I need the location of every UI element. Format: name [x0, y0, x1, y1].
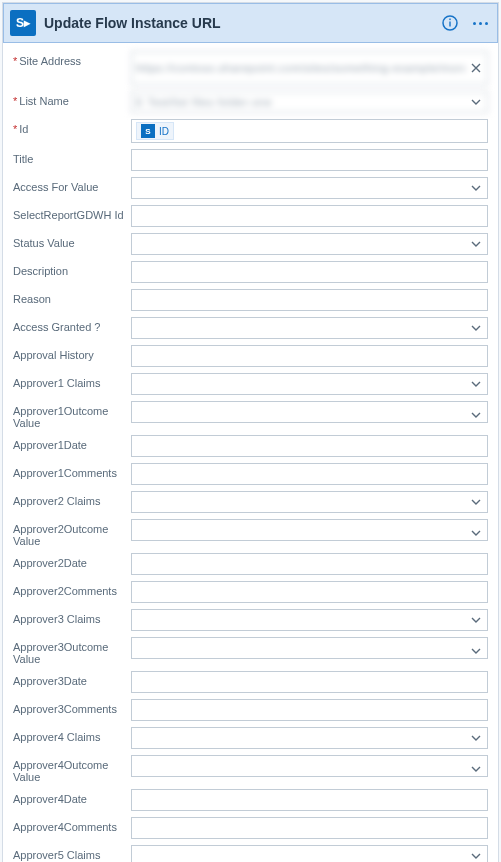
selectreport_id-input[interactable]: [131, 205, 488, 227]
row-selectreport_id: SelectReportGDWH Id: [11, 205, 490, 227]
label-approver3_outcome: Approver3Outcome Value: [11, 637, 131, 665]
approver4_date-input[interactable]: [131, 789, 488, 811]
chevron-down-icon[interactable]: [464, 373, 488, 395]
label-approver4_comments: Approver4Comments: [11, 817, 131, 839]
chevron-down-icon[interactable]: [464, 177, 488, 199]
row-reason: Reason: [11, 289, 490, 311]
approval_history-input[interactable]: [131, 345, 488, 367]
status_value-input[interactable]: [131, 233, 488, 255]
approver1_comments-input[interactable]: [131, 463, 488, 485]
row-access_for_value: Access For Value: [11, 177, 490, 199]
label-site-address: Site Address: [11, 51, 131, 85]
approver3_claims-input[interactable]: [131, 609, 488, 631]
row-access_granted: Access Granted ?: [11, 317, 490, 339]
row-site-address: Site Address: [11, 51, 490, 85]
chevron-down-icon[interactable]: [464, 491, 488, 513]
id-chip[interactable]: SID: [136, 122, 174, 140]
label-access_for_value: Access For Value: [11, 177, 131, 199]
approver2_comments-input[interactable]: [131, 581, 488, 603]
approver2_date-input[interactable]: [131, 553, 488, 575]
chevron-down-icon[interactable]: [464, 519, 488, 547]
card-header[interactable]: S▸ Update Flow Instance URL: [3, 3, 498, 43]
row-title: Title: [11, 149, 490, 171]
label-approver1_outcome: Approver1Outcome Value: [11, 401, 131, 429]
label-approver1_claims: Approver1 Claims: [11, 373, 131, 395]
row-approver4_outcome: Approver4Outcome Value: [11, 755, 490, 783]
row-approver4_date: Approver4Date: [11, 789, 490, 811]
approver2_outcome-input[interactable]: [131, 519, 488, 541]
row-list-name: List Name: [11, 91, 490, 113]
row-approver1_comments: Approver1Comments: [11, 463, 490, 485]
info-icon[interactable]: [439, 12, 461, 34]
access_granted-input[interactable]: [131, 317, 488, 339]
approver4_outcome-input[interactable]: [131, 755, 488, 777]
chevron-down-icon[interactable]: [464, 317, 488, 339]
list-name-input[interactable]: [131, 91, 488, 113]
sharepoint-icon: S▸: [10, 10, 36, 36]
approver3_date-input[interactable]: [131, 671, 488, 693]
row-approver2_claims: Approver2 Claims: [11, 491, 490, 513]
label-approver2_outcome: Approver2Outcome Value: [11, 519, 131, 547]
description-input[interactable]: [131, 261, 488, 283]
id-input[interactable]: SID: [131, 119, 488, 143]
chevron-down-icon[interactable]: [464, 91, 488, 113]
label-approver3_claims: Approver3 Claims: [11, 609, 131, 631]
label-access_granted: Access Granted ?: [11, 317, 131, 339]
approver1_date-input[interactable]: [131, 435, 488, 457]
row-approver2_comments: Approver2Comments: [11, 581, 490, 603]
chevron-down-icon[interactable]: [464, 755, 488, 783]
row-approver3_outcome: Approver3Outcome Value: [11, 637, 490, 665]
label-reason: Reason: [11, 289, 131, 311]
row-approver4_comments: Approver4Comments: [11, 817, 490, 839]
approver5_claims-input[interactable]: [131, 845, 488, 862]
approver4_comments-input[interactable]: [131, 817, 488, 839]
row-approver2_outcome: Approver2Outcome Value: [11, 519, 490, 547]
site-address-input[interactable]: [131, 51, 488, 85]
label-id: Id: [11, 119, 131, 143]
approver3_outcome-input[interactable]: [131, 637, 488, 659]
approver1_outcome-input[interactable]: [131, 401, 488, 423]
card-body: Site Address List Name IdSIDTitleAccess …: [3, 43, 498, 862]
chevron-down-icon[interactable]: [464, 637, 488, 665]
chevron-down-icon[interactable]: [464, 609, 488, 631]
row-description: Description: [11, 261, 490, 283]
chevron-down-icon[interactable]: [464, 401, 488, 429]
label-approver3_date: Approver3Date: [11, 671, 131, 693]
approver4_claims-input[interactable]: [131, 727, 488, 749]
label-list-name: List Name: [11, 91, 131, 113]
row-approver3_claims: Approver3 Claims: [11, 609, 490, 631]
row-approver1_date: Approver1Date: [11, 435, 490, 457]
label-status_value: Status Value: [11, 233, 131, 255]
title-input[interactable]: [131, 149, 488, 171]
approver2_claims-input[interactable]: [131, 491, 488, 513]
label-description: Description: [11, 261, 131, 283]
access_for_value-input[interactable]: [131, 177, 488, 199]
chip-label: ID: [159, 126, 169, 137]
row-approval_history: Approval History: [11, 345, 490, 367]
chevron-down-icon[interactable]: [464, 233, 488, 255]
label-approver3_comments: Approver3Comments: [11, 699, 131, 721]
label-approval_history: Approval History: [11, 345, 131, 367]
label-approver1_date: Approver1Date: [11, 435, 131, 457]
clear-icon[interactable]: [464, 51, 488, 85]
row-approver4_claims: Approver4 Claims: [11, 727, 490, 749]
label-approver4_outcome: Approver4Outcome Value: [11, 755, 131, 783]
row-approver1_outcome: Approver1Outcome Value: [11, 401, 490, 429]
label-approver4_date: Approver4Date: [11, 789, 131, 811]
row-approver3_date: Approver3Date: [11, 671, 490, 693]
approver3_comments-input[interactable]: [131, 699, 488, 721]
row-approver2_date: Approver2Date: [11, 553, 490, 575]
label-title: Title: [11, 149, 131, 171]
svg-rect-2: [449, 19, 450, 21]
label-approver5_claims: Approver5 Claims: [11, 845, 131, 862]
label-approver2_comments: Approver2Comments: [11, 581, 131, 603]
chevron-down-icon[interactable]: [464, 845, 488, 862]
sharepoint-icon: S: [141, 124, 155, 138]
approver1_claims-input[interactable]: [131, 373, 488, 395]
row-status_value: Status Value: [11, 233, 490, 255]
more-icon[interactable]: [469, 12, 491, 34]
label-approver4_claims: Approver4 Claims: [11, 727, 131, 749]
chevron-down-icon[interactable]: [464, 727, 488, 749]
row-approver3_comments: Approver3Comments: [11, 699, 490, 721]
reason-input[interactable]: [131, 289, 488, 311]
